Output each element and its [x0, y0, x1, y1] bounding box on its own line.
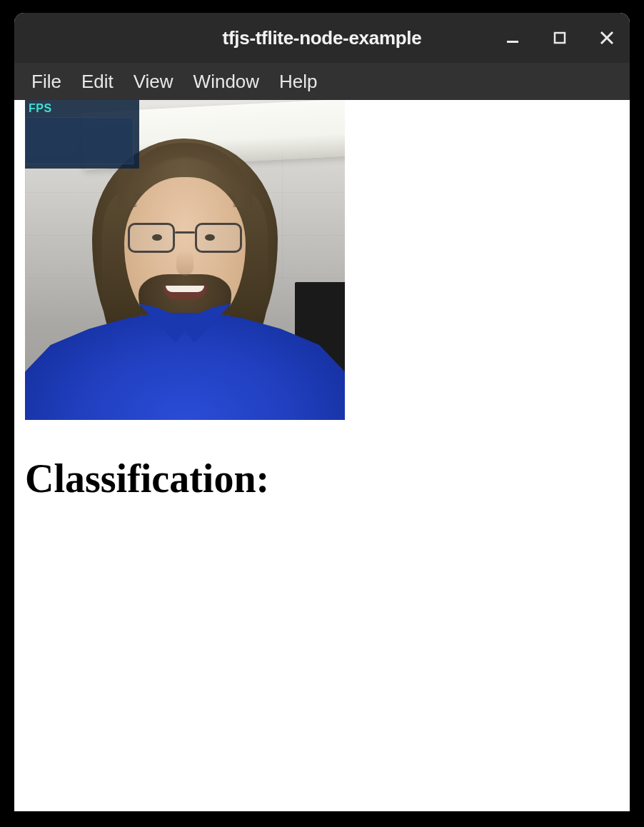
fps-chart	[25, 117, 134, 164]
fps-label: FPS	[25, 100, 139, 117]
window-title: tfjs-tflite-node-example	[223, 27, 422, 49]
close-button[interactable]	[594, 25, 620, 51]
maximize-button[interactable]	[547, 25, 573, 51]
menu-file[interactable]: File	[21, 66, 71, 97]
menu-edit[interactable]: Edit	[71, 66, 124, 97]
minimize-button[interactable]	[500, 25, 525, 51]
svg-rect-0	[507, 41, 518, 43]
titlebar[interactable]: tfjs-tflite-node-example	[14, 13, 630, 63]
close-icon	[599, 30, 615, 46]
maximize-icon	[553, 31, 566, 44]
content-area: FPS Classification:	[14, 100, 630, 811]
menubar: File Edit View Window Help	[14, 63, 630, 100]
menu-window[interactable]: Window	[183, 66, 269, 97]
classification-heading: Classification:	[25, 456, 269, 501]
window-controls	[500, 13, 620, 63]
menu-view[interactable]: View	[124, 66, 183, 97]
app-window: tfjs-tflite-node-example File Edit View …	[14, 13, 630, 811]
svg-rect-1	[555, 33, 565, 43]
menu-help[interactable]: Help	[269, 66, 327, 97]
webcam-feed: FPS	[25, 100, 345, 420]
fps-stats-overlay[interactable]: FPS	[25, 100, 139, 169]
minimize-icon	[505, 31, 520, 45]
